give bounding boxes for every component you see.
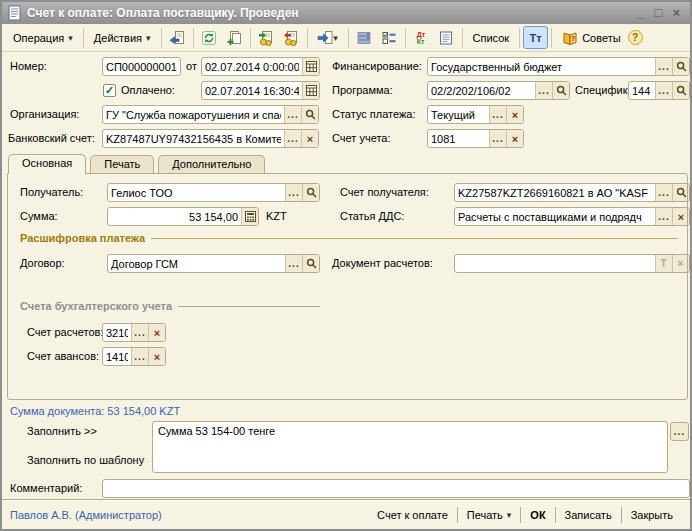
chevron-down-icon: ▾ — [333, 33, 338, 43]
print-button[interactable]: Печать ▾ — [458, 507, 521, 523]
report-button[interactable] — [434, 26, 459, 49]
doc-date-field[interactable] — [201, 57, 320, 76]
list-button[interactable]: Список — [466, 29, 517, 47]
financing-input[interactable] — [428, 58, 655, 75]
actions-menu[interactable]: Действия ▾ — [87, 29, 158, 47]
program-label: Программа: — [332, 81, 393, 100]
comment-field[interactable] — [102, 479, 690, 498]
tab-strip: Основная Печать Дополнительно — [8, 155, 265, 174]
save-button[interactable]: Записать — [556, 507, 621, 523]
clear-button[interactable]: × — [506, 130, 523, 147]
select-dots-button[interactable]: ... — [535, 82, 552, 99]
fill-button[interactable]: Заполнить >> — [27, 425, 97, 437]
payment-status-input[interactable] — [428, 106, 489, 123]
open-button[interactable] — [672, 82, 689, 99]
goto-button[interactable]: ▾ — [311, 26, 345, 49]
bank-account-field[interactable]: ... × — [102, 129, 319, 148]
movements-button[interactable] — [352, 26, 377, 49]
reread-button[interactable] — [165, 26, 190, 49]
magnifier-icon — [556, 85, 567, 96]
calendar-icon — [306, 61, 317, 72]
tab-print[interactable]: Печать — [90, 155, 154, 173]
maximize-button[interactable]: □ — [655, 7, 663, 19]
from-label: от — [186, 57, 197, 76]
close-button[interactable]: × — [672, 7, 680, 19]
paid-date-field[interactable] — [201, 81, 320, 100]
organization-input[interactable] — [103, 106, 284, 123]
refresh-icon — [201, 30, 217, 46]
open-button[interactable] — [672, 58, 689, 75]
separator — [405, 28, 406, 48]
open-button[interactable] — [301, 106, 318, 123]
operation-menu[interactable]: Операция ▾ — [6, 29, 80, 47]
comment-input[interactable] — [103, 480, 689, 497]
account-input[interactable] — [428, 130, 489, 147]
select-dots-button[interactable]: ... — [284, 130, 301, 147]
tab-additional[interactable]: Дополнительно — [158, 155, 265, 173]
user-label: Павлов А.В. (Администратор) — [10, 509, 162, 521]
number-input[interactable] — [103, 58, 180, 75]
status-bar: Павлов А.В. (Администратор) Счет к оплат… — [2, 499, 690, 529]
program-input[interactable] — [428, 82, 535, 99]
clear-button[interactable]: × — [301, 130, 318, 147]
types-button[interactable]: Тт — [523, 26, 548, 49]
magnifier-icon — [305, 109, 316, 120]
minimize-button[interactable]: _ — [637, 7, 644, 19]
select-dots-button[interactable]: ... — [655, 58, 672, 75]
copy-button[interactable] — [222, 26, 247, 49]
fill-template-button[interactable]: Заполнить по шаблону — [27, 454, 144, 466]
refresh-button[interactable] — [197, 26, 222, 49]
organization-field[interactable]: ... — [102, 105, 319, 124]
help-button[interactable]: ? — [628, 30, 643, 45]
specifics-field[interactable]: ... — [628, 81, 690, 100]
post-document-button[interactable] — [254, 26, 279, 49]
list-structure-icon — [356, 30, 372, 46]
payment-status-field[interactable]: ... × — [427, 105, 524, 124]
program-field[interactable]: ... — [427, 81, 570, 100]
tips-button[interactable]: ? Советы — [555, 27, 627, 49]
specifics-input[interactable] — [629, 82, 655, 99]
separator — [462, 28, 463, 48]
bank-account-label: Банковский счет: — [8, 129, 95, 148]
post-document-icon — [258, 30, 274, 46]
number-field[interactable] — [102, 57, 181, 76]
dtkt-button[interactable]: Дт Кт — [409, 26, 434, 49]
close-form-button[interactable]: Закрыть — [622, 507, 682, 523]
purpose-select-button[interactable]: ... — [670, 422, 689, 441]
select-dots-button[interactable]: ... — [284, 106, 301, 123]
purpose-textarea[interactable]: Сумма 53 154-00 тенге — [152, 421, 668, 473]
ok-button[interactable]: ОК — [521, 507, 554, 523]
calendar-icon — [306, 85, 317, 96]
account-label: Счет учета: — [332, 129, 390, 148]
document-window: Счет к оплате: Оплата поставщику. Провед… — [0, 0, 692, 531]
paid-checkbox[interactable]: ✓ — [103, 84, 116, 97]
document-total: Сумма документа: 53 154,00 KZT — [10, 405, 180, 417]
title-bar[interactable]: Счет к оплате: Оплата поставщику. Провед… — [2, 2, 690, 24]
select-dots-button[interactable]: ... — [489, 130, 506, 147]
report-icon — [438, 30, 454, 46]
unpost-document-button[interactable] — [279, 26, 304, 49]
tips-book-icon: ? — [562, 30, 578, 46]
clear-button[interactable]: × — [506, 106, 523, 123]
payment-status-label: Статус платежа: — [332, 105, 416, 124]
calendar-button[interactable] — [302, 82, 319, 99]
copy-add-icon — [226, 30, 242, 46]
paid-label: Оплачено: — [121, 81, 175, 100]
tab-main[interactable]: Основная — [8, 154, 86, 174]
checklist-button[interactable] — [377, 26, 402, 49]
open-button[interactable] — [552, 82, 569, 99]
financing-field[interactable]: ... — [427, 57, 690, 76]
select-dots-button[interactable]: ... — [655, 82, 672, 99]
select-dots-button[interactable]: ... — [489, 106, 506, 123]
invoice-button[interactable]: Счет к оплате — [368, 507, 457, 523]
account-field[interactable]: ... × — [427, 129, 524, 148]
separator — [551, 28, 552, 48]
paid-date-input[interactable] — [202, 82, 302, 99]
unpost-document-icon — [283, 30, 299, 46]
doc-date-input[interactable] — [202, 58, 302, 75]
reread-icon — [169, 30, 185, 46]
number-label: Номер: — [10, 57, 47, 76]
goto-icon — [317, 30, 333, 46]
calendar-button[interactable] — [302, 58, 319, 75]
bank-account-input[interactable] — [103, 130, 284, 147]
